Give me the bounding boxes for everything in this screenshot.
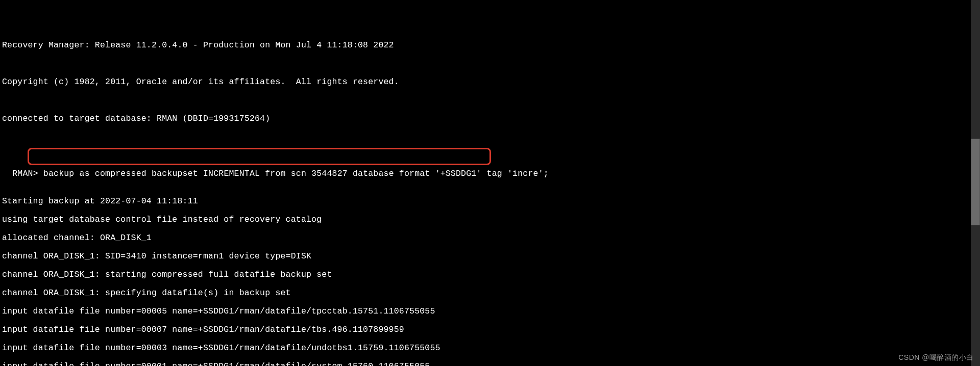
release-line: Recovery Manager: Release 11.2.0.4.0 - P… xyxy=(2,41,978,50)
prompt-command: backup as compressed backupset INCREMENT… xyxy=(38,169,549,178)
rman-prompt-line[interactable]: RMAN> backup as compressed backupset INC… xyxy=(2,151,978,169)
using-controlfile-line: using target database control file inste… xyxy=(2,215,978,224)
datafile-line: input datafile file number=00003 name=+S… xyxy=(2,344,978,353)
channel-specifying-line: channel ORA_DISK_1: specifying datafile(… xyxy=(2,289,978,298)
scrollbar-thumb[interactable] xyxy=(971,139,980,225)
channel-starting-line: channel ORA_DISK_1: starting compressed … xyxy=(2,270,978,279)
channel-sid-line: channel ORA_DISK_1: SID=3410 instance=rm… xyxy=(2,252,978,261)
copyright-line: Copyright (c) 1982, 2011, Oracle and/or … xyxy=(2,77,978,87)
datafile-line: input datafile file number=00007 name=+S… xyxy=(2,325,978,334)
datafile-line: input datafile file number=00001 name=+S… xyxy=(2,362,978,366)
blank-line xyxy=(2,96,978,105)
scrollbar-track[interactable] xyxy=(971,0,980,366)
start-backup-line: Starting backup at 2022-07-04 11:18:11 xyxy=(2,197,978,206)
prompt-label: RMAN> xyxy=(12,169,38,178)
connected-line: connected to target database: RMAN (DBID… xyxy=(2,114,978,123)
command-highlight-box xyxy=(28,148,491,165)
allocated-channel-line: allocated channel: ORA_DISK_1 xyxy=(2,233,978,243)
datafile-line: input datafile file number=00005 name=+S… xyxy=(2,307,978,316)
watermark: CSDN @喝醉酒的小白 xyxy=(898,353,974,362)
blank-line xyxy=(2,133,978,142)
blank-line xyxy=(2,59,978,68)
blank-line xyxy=(2,178,978,188)
